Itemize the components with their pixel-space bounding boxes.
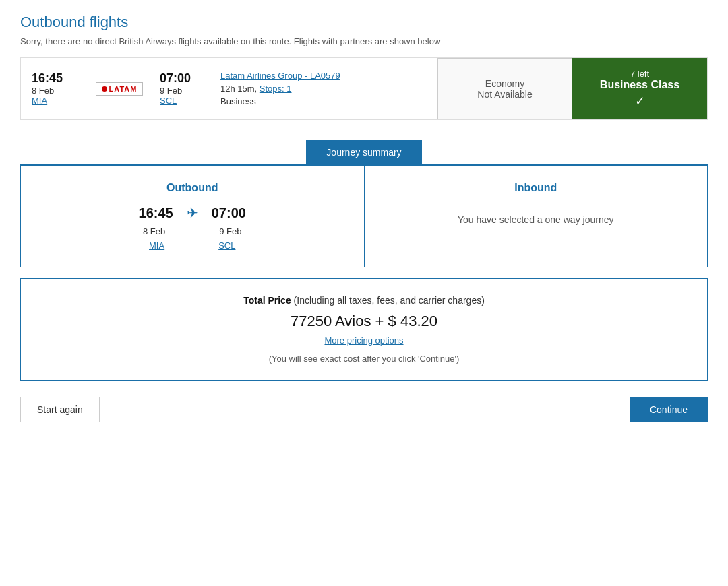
arrival-time: 07:00: [160, 71, 207, 86]
more-pricing-link[interactable]: More pricing options: [34, 335, 694, 346]
flight-card: 16:45 8 Feb MIA LATAM 07:00 9 Feb SCL La…: [20, 57, 708, 120]
start-again-button[interactable]: Start again: [20, 397, 100, 422]
departure-info: 16:45 8 Feb MIA: [32, 71, 79, 106]
outbound-dep-airport[interactable]: MIA: [149, 240, 164, 251]
outbound-dep-date: 8 Feb: [143, 226, 165, 236]
price-label: Total Price (Including all taxes, fees, …: [34, 295, 694, 306]
price-label-bold: Total Price: [243, 295, 291, 306]
economy-option: Economy Not Available: [437, 58, 572, 119]
airline-logo: LATAM: [92, 82, 146, 96]
price-box: Total Price (Including all taxes, fees, …: [20, 278, 708, 381]
selected-checkmark: ✓: [635, 94, 645, 108]
economy-not-available: Not Available: [477, 89, 532, 100]
page-subtitle: Sorry, there are no direct British Airwa…: [20, 36, 708, 46]
flight-class: Business: [220, 96, 369, 106]
plane-icon: ✈: [187, 205, 198, 221]
departure-time: 16:45: [32, 71, 79, 86]
buttons-row: Start again Continue: [20, 397, 708, 422]
outbound-title: Outbound: [34, 182, 351, 194]
flight-details: Latam Airlines Group - LA0579 12h 15m, S…: [220, 71, 369, 106]
departure-date: 8 Feb: [32, 86, 79, 96]
page-title: Outbound flights: [20, 13, 708, 31]
outbound-times: 16:45 ✈ 07:00: [34, 205, 351, 221]
airline-link[interactable]: Latam Airlines Group - LA0579: [220, 71, 369, 81]
arrival-date: 9 Feb: [160, 86, 207, 96]
inbound-title: Inbound: [378, 182, 694, 194]
price-note: (You will see exact cost after you click…: [34, 354, 694, 364]
airline-logo-text: LATAM: [109, 85, 138, 93]
outbound-dep-time: 16:45: [139, 205, 173, 221]
continue-button[interactable]: Continue: [630, 397, 708, 422]
arrival-info: 07:00 9 Feb SCL: [160, 71, 207, 106]
seats-left: 7 left: [630, 69, 649, 79]
price-value: 77250 Avios + $ 43.20: [34, 313, 694, 330]
flight-duration: 12h 15m: [220, 84, 255, 94]
inbound-card: Inbound You have selected a one way jour…: [365, 166, 708, 267]
economy-label: Economy: [485, 78, 524, 89]
stops-link[interactable]: Stops: 1: [260, 84, 292, 94]
business-option[interactable]: 7 left Business Class ✓: [572, 58, 707, 119]
journey-summary-tab: Journey summary: [20, 140, 708, 166]
pricing-options: Economy Not Available 7 left Business Cl…: [437, 58, 707, 119]
arrival-airport[interactable]: SCL: [160, 96, 207, 106]
outbound-arr-airport[interactable]: SCL: [218, 240, 235, 251]
outbound-card: Outbound 16:45 ✈ 07:00 8 Feb 9 Feb MIA S…: [21, 166, 365, 267]
departure-airport[interactable]: MIA: [32, 96, 79, 106]
journey-summary-button[interactable]: Journey summary: [306, 140, 421, 164]
flight-info: 16:45 8 Feb MIA LATAM 07:00 9 Feb SCL La…: [21, 58, 437, 119]
business-class-label: Business Class: [600, 79, 679, 91]
outbound-dates: 8 Feb 9 Feb: [34, 226, 351, 236]
flight-meta: 12h 15m, Stops: 1: [220, 84, 369, 94]
inbound-text: You have selected a one way journey: [378, 214, 694, 225]
price-label-rest: (Including all taxes, fees, and carrier …: [291, 295, 485, 306]
outbound-arr-date: 9 Feb: [219, 226, 241, 236]
summary-cards: Outbound 16:45 ✈ 07:00 8 Feb 9 Feb MIA S…: [20, 166, 708, 267]
outbound-airports: MIA SCL: [34, 240, 351, 251]
outbound-arr-time: 07:00: [212, 205, 246, 221]
